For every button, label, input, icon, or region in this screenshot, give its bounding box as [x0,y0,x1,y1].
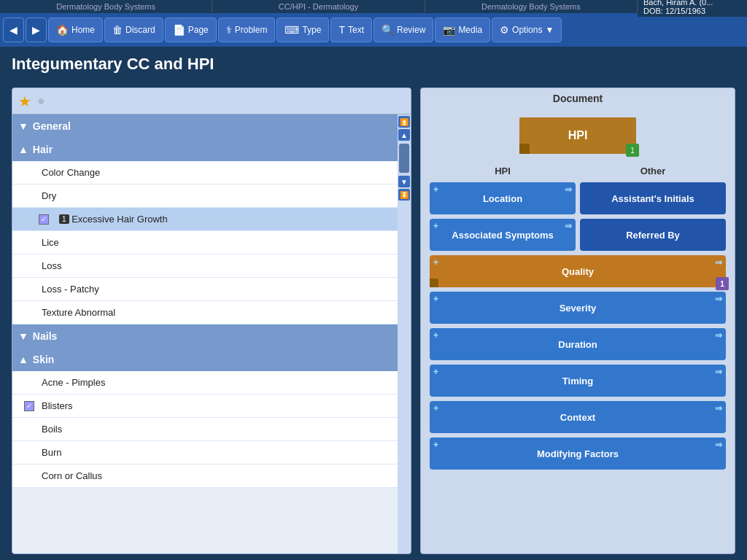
scroll-up-top-button[interactable]: ⏫ [398,116,410,128]
right-panel-body: HPI 1 HPI Other + Location ⇒ Assistant's… [421,109,735,553]
scroll-up-button[interactable]: ▲ [398,129,410,141]
doc-thumbnail[interactable]: HPI 1 [519,117,636,154]
type-button[interactable]: ⌨ Type [276,18,329,42]
doc-thumb-area: HPI 1 [427,114,729,160]
forward-button[interactable]: ▶ [26,18,47,42]
section-header-skin[interactable]: ▲ Skin [12,348,398,371]
document-title: Document [421,88,735,109]
main-content: ★ ● ▼ General ▲ Hair Color ChangeDry 1 E… [0,82,747,560]
list-item-acne-pimples[interactable]: Acne - Pimples [12,371,398,394]
list-item-dry[interactable]: Dry [12,184,398,208]
text-icon: T [338,24,345,36]
hpi-btn-context[interactable]: + Context ⇒ [430,401,726,433]
list-item-boils[interactable]: Boils [12,418,398,441]
chevron-nails-icon: ▼ [18,330,28,342]
discard-button[interactable]: 🗑 Discard [104,18,163,42]
problem-icon: ⚕ [226,24,232,36]
top-bar-right: Dermatology Body Systems [425,1,638,12]
section-header-hair[interactable]: ▲ Hair [12,138,398,161]
list-item-texture-abnormal[interactable]: Texture Abnormal [12,301,398,324]
options-icon: ⚙ [500,24,509,36]
row-duration: + Duration ⇒ [427,328,729,360]
scroll-down-button[interactable]: ▼ [398,176,410,187]
problem-button[interactable]: ⚕ Problem [218,18,276,42]
list-item-blisters[interactable]: ✓ Blisters [12,394,398,418]
checkbox-excessive-hair-growth[interactable]: ✓ [39,214,49,225]
chevron-general-icon: ▼ [18,120,28,132]
top-bar-left: Dermatology Body Systems [0,1,212,12]
page-button[interactable]: 📄 Page [165,18,217,42]
nav-bar: ◀ ▶ 🏠 Home 🗑 Discard 📄 Page ⚕ Problem ⌨ … [0,13,747,47]
review-icon: 🔍 [382,24,394,36]
list-item-corn-callus[interactable]: Corn or Callus [12,464,398,488]
arrow-icon: ⇒ [715,257,722,268]
plus-icon: + [433,330,438,341]
page-title: Integumentary CC and HPI [0,47,747,82]
hpi-btn-severity[interactable]: + Severity ⇒ [430,292,726,324]
circle-button[interactable]: ● [37,93,45,109]
home-button[interactable]: 🏠 Home [48,18,103,42]
hpi-btn-associated-symptoms[interactable]: + Associated Symptoms ⇒ [430,219,576,251]
hpi-btn-duration[interactable]: + Duration ⇒ [430,328,726,360]
doc-thumb-corner [519,144,530,154]
row-assoc-symptoms: + Associated Symptoms ⇒ Referred By [427,219,729,251]
checkbox-blisters[interactable]: ✓ [24,401,34,411]
list-item-color-change[interactable]: Color Change [12,161,398,184]
plus-icon: + [433,184,438,195]
type-icon: ⌨ [285,24,299,36]
media-button[interactable]: 📷 Media [435,18,490,42]
patient-dob-label: DOB: [643,7,663,15]
options-button[interactable]: ⚙ Options ▼ [492,18,562,42]
list-item-loss[interactable]: Loss [12,254,398,278]
text-button[interactable]: T Text [330,18,372,42]
plus-icon: + [433,294,438,304]
row-quality: + Quality ⇒ 1 [427,255,729,287]
badge-corner-quality [430,279,438,287]
arrow-icon: ⇒ [715,403,722,413]
section-label-skin: Skin [33,354,55,365]
left-panel-header: ★ ● [12,88,411,114]
row-location: + Location ⇒ Assistant's Initials [427,182,729,214]
scroll-down-bottom-button[interactable]: ⏬ [398,189,410,201]
patient-name: Bach, Hiram A. (0... [643,0,713,7]
discard-icon: 🗑 [112,24,123,36]
section-label-general: General [33,120,71,132]
arrow-icon: ⇒ [715,294,722,304]
patient-dob: 12/15/1963 [665,7,705,15]
review-button[interactable]: 🔍 Review [374,18,433,42]
favorites-star-button[interactable]: ★ [18,93,31,110]
plus-icon: + [433,221,438,231]
patient-info: Bach, Hiram A. (0... DOB: 12/15/1963 [638,0,747,17]
scroll-thumb[interactable] [399,144,409,173]
other-btn-assistants-initials[interactable]: Assistant's Initials [580,182,726,214]
other-column-header: Other [580,164,726,178]
badge-num-quality: 1 [716,277,729,290]
hpi-btn-location[interactable]: + Location ⇒ [430,182,576,214]
list-area: ▼ General ▲ Hair Color ChangeDry 1 Exces… [12,114,398,553]
row-timing: + Timing ⇒ [427,365,729,397]
back-button[interactable]: ◀ [3,18,24,42]
row-modifying-factors: + Modifying Factors ⇒ [427,438,729,470]
column-headers-row: HPI Other [427,164,729,178]
arrow-icon: ⇒ [565,221,572,231]
plus-icon: + [433,440,438,450]
plus-icon: + [433,403,438,413]
other-btn-referred-by[interactable]: Referred By [580,219,726,251]
list-item-excessive-hair-growth[interactable]: 1 Excessive Hair Growth ✓ [12,208,398,231]
hpi-btn-quality[interactable]: + Quality ⇒ 1 [430,255,726,287]
scrollbar-area[interactable]: ⏫ ▲ ▼ ⏬ [398,114,411,553]
hpi-column-header: HPI [430,164,576,178]
hpi-btn-modifying-factors[interactable]: + Modifying Factors ⇒ [430,438,726,470]
section-header-nails[interactable]: ▼ Nails [12,324,398,348]
list-item-loss-patchy[interactable]: Loss - Patchy [12,278,398,301]
arrow-icon: ⇒ [715,440,722,450]
section-header-general[interactable]: ▼ General [12,114,398,138]
hpi-btn-timing[interactable]: + Timing ⇒ [430,365,726,397]
left-panel: ★ ● ▼ General ▲ Hair Color ChangeDry 1 E… [12,88,411,554]
top-bar-center: CC/HPI - Dermatology [212,1,425,12]
list-item-lice[interactable]: Lice [12,231,398,254]
top-bar: Dermatology Body Systems CC/HPI - Dermat… [0,0,747,13]
item-badge-excessive-hair-growth: 1 [59,214,69,224]
row-context: + Context ⇒ [427,401,729,433]
list-item-burn[interactable]: Burn [12,441,398,464]
